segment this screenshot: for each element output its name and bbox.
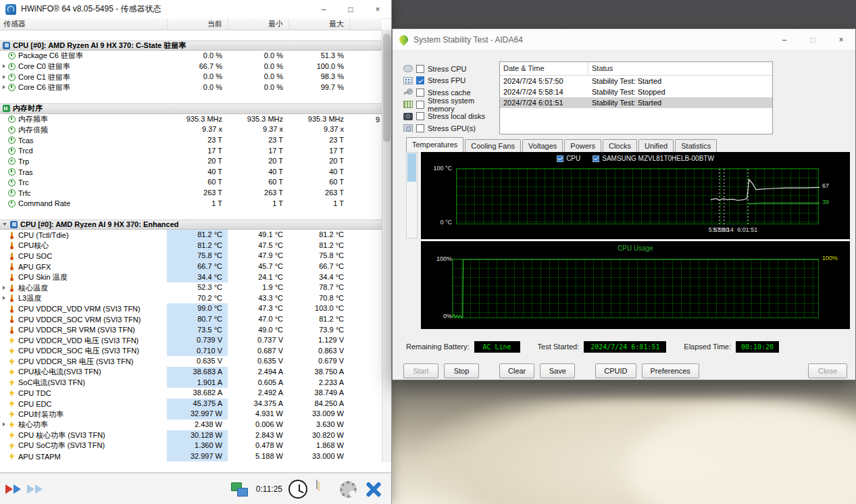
log-row[interactable]: 2024/7/24 6:01:51Stability Test: Started <box>500 97 772 108</box>
sensor-row[interactable]: Trcd17 T17 T17 T <box>0 146 382 157</box>
legend-checkbox[interactable] <box>593 155 599 162</box>
sensor-row[interactable]: Core C6 驻留率0.0 %0.0 %99.7 % <box>0 82 382 93</box>
exit-icon[interactable] <box>363 479 383 499</box>
settings-gear-icon[interactable] <box>340 481 357 498</box>
stress-cpu[interactable]: Stress CPU <box>403 63 499 75</box>
cpuid-button[interactable]: CPUID <box>595 363 636 378</box>
sensor-row[interactable]: Core C1 驻留率0.0 %0.0 %98.3 % <box>0 72 382 82</box>
sensor-row[interactable]: CPU VDDCR_SR VRM (SVI3 TFN)73.5 °C49.0 °… <box>0 325 382 336</box>
sensor-section-header[interactable]: 内存时序 <box>0 103 382 114</box>
tab-unified[interactable]: Unified <box>638 139 674 152</box>
sensor-section-header[interactable]: CPU [#0]: AMD Ryzen AI 9 HX 370: Enhance… <box>0 220 382 230</box>
sensor-row[interactable]: 核心功率2.438 W0.006 W3.630 W <box>0 420 382 430</box>
clear-button[interactable]: Clear <box>499 363 534 378</box>
sensor-row[interactable]: Trp20 T20 T20 T <box>0 156 382 167</box>
log-row[interactable]: 2024/7/24 5:58:14Stability Test: Stopped <box>500 86 772 97</box>
network-monitors-icon[interactable] <box>230 479 250 499</box>
stress-gpu-s[interactable]: Stress GPU(s) <box>403 122 499 134</box>
sensor-section-header[interactable]: CPU [#0]: AMD Ryzen AI 9 HX 370: C-State… <box>0 41 382 51</box>
graph-scrollbar-thumb[interactable] <box>407 153 416 182</box>
close-button[interactable]: × <box>364 0 391 18</box>
close-test-button[interactable]: Close <box>808 363 847 378</box>
tab-statistics[interactable]: Statistics <box>675 139 717 152</box>
plot-area <box>452 259 819 318</box>
clock-icon[interactable] <box>288 480 307 499</box>
sensor-row[interactable]: Trc60 T60 T60 T <box>0 177 382 188</box>
preferences-button[interactable]: Preferences <box>642 363 699 378</box>
sensor-row[interactable]: Core C0 驻留率66.7 %0.0 %100.0 % <box>0 61 382 72</box>
graph-scrollbar[interactable] <box>406 152 418 238</box>
arrows-icon-active[interactable] <box>5 484 22 494</box>
report-log-icon[interactable] <box>316 480 318 489</box>
expand-chevron-icon[interactable] <box>1 422 7 428</box>
sensor-row[interactable]: 内存频率935.3 MHz935.3 MHz935.3 MHz9 <box>0 114 382 125</box>
tab-powers[interactable]: Powers <box>564 139 601 152</box>
sensor-row[interactable]: Tras40 T40 T40 T <box>0 167 382 178</box>
scrollbar-thumb[interactable] <box>383 34 391 142</box>
checkbox[interactable] <box>416 65 424 73</box>
sensor-row[interactable]: CPU VDDCR_VDD 电压 (SVI3 TFN)0.739 V0.737 … <box>0 335 382 346</box>
expand-chevron-icon[interactable] <box>1 64 7 70</box>
aida64-titlebar[interactable]: System Stability Test - AIDA64 – □ × <box>393 29 855 51</box>
start-button[interactable]: Start <box>403 363 438 378</box>
minimize-button[interactable]: – <box>310 0 337 18</box>
log-column-datetime[interactable]: Date & Time <box>500 62 588 75</box>
sensor-row[interactable]: CPU核心电流(SVI3 TFN)38.683 A2.494 A38.750 A <box>0 367 382 378</box>
stop-button[interactable]: Stop <box>444 363 479 378</box>
stress-local-disks[interactable]: Stress local disks <box>403 110 499 122</box>
tab-voltages[interactable]: Voltages <box>522 139 563 152</box>
checkbox[interactable] <box>416 124 424 132</box>
column-header-min[interactable]: 最小 <box>228 18 288 30</box>
sensor-row[interactable]: Tcas23 T23 T23 T <box>0 135 382 146</box>
tab-temperatures[interactable]: Temperatures <box>406 137 463 152</box>
minimize-button[interactable]: – <box>770 29 799 50</box>
sensor-row[interactable]: CPU SoC功率 (SVI3 TFN)1.360 W0.478 W1.868 … <box>0 440 382 451</box>
close-button[interactable]: × <box>827 29 855 50</box>
checkbox[interactable] <box>416 89 424 97</box>
expand-chevron-icon[interactable] <box>1 84 7 91</box>
sensor-row[interactable]: CPU SOC75.8 °C47.9 °C75.8 °C <box>0 251 382 261</box>
sensor-row[interactable]: CPU VDDCR_SR 电压 (SVI3 TFN)0.635 V0.635 V… <box>0 356 382 367</box>
log-column-status[interactable]: Status <box>588 62 772 75</box>
sensor-row[interactable]: APU GFX66.7 °C45.7 °C66.7 °C <box>0 261 382 272</box>
sensor-row[interactable]: CPU VDDCR_SOC VRM (SVI3 TFN)80.7 °C47.0 … <box>0 314 382 325</box>
sensor-row[interactable]: L3温度70.2 °C43.3 °C70.8 °C <box>0 293 382 304</box>
section-title: CPU [#0]: AMD Ryzen AI 9 HX 370: C-State… <box>13 41 186 51</box>
tab-cooling-fans[interactable]: Cooling Fans <box>465 139 521 152</box>
sensor-row[interactable]: CPU Skin 温度34.4 °C24.1 °C34.4 °C <box>0 272 382 283</box>
arrows-icon-inactive[interactable] <box>27 484 43 494</box>
checkbox[interactable] <box>416 76 424 84</box>
save-button[interactable]: Save <box>540 363 575 378</box>
vertical-scrollbar[interactable] <box>382 30 391 462</box>
stress-fpu[interactable]: Stress FPU <box>403 75 499 87</box>
sensor-row[interactable]: APU STAPM32.997 W5.188 W33.000 W <box>0 451 382 462</box>
column-header-sensor[interactable]: 传感器 <box>0 18 167 30</box>
sensor-row[interactable]: CPU VDDCR_VDD VRM (SVI3 TFN)99.0 °C47.3 … <box>0 303 382 314</box>
sensor-row[interactable]: 内存倍频9.37 x9.37 x9.37 x <box>0 124 382 135</box>
sensor-row[interactable]: CPU封装功率32.997 W4.931 W33.009 W <box>0 409 382 420</box>
maximize-button[interactable]: □ <box>337 0 364 18</box>
column-header-max[interactable]: 最大 <box>288 18 349 30</box>
sensor-row[interactable]: Command Rate1 T1 T1 T <box>0 199 382 209</box>
expand-chevron-icon[interactable] <box>1 74 7 80</box>
tab-clocks[interactable]: Clocks <box>603 139 637 152</box>
checkbox[interactable] <box>416 112 424 120</box>
sensor-row[interactable]: CPU EDC45.375 A34.375 A84.250 A <box>0 399 382 409</box>
log-row[interactable]: 2024/7/24 5:57:50Stability Test: Started <box>500 76 772 86</box>
stress-system-memory[interactable]: Stress system memory <box>403 99 499 111</box>
sensor-row[interactable]: CPU 核心功率 (SVI3 TFN)30.128 W2.843 W30.820… <box>0 430 382 441</box>
sensor-row[interactable]: 核心温度52.3 °C1.9 °C78.7 °C <box>0 282 382 293</box>
checkbox[interactable] <box>416 101 424 109</box>
sensor-row[interactable]: CPU核心81.2 °C47.5 °C81.2 °C <box>0 241 382 251</box>
legend-checkbox[interactable] <box>557 155 563 162</box>
sensor-row[interactable]: CPU VDDCR_SOC 电压 (SVI3 TFN)0.710 V0.687 … <box>0 346 382 357</box>
sensor-row[interactable]: Package C6 驻留率0.0 %0.0 %51.3 % <box>0 51 382 61</box>
sensor-row[interactable]: CPU TDC38.682 A2.492 A38.749 A <box>0 388 382 399</box>
expand-chevron-icon[interactable] <box>1 295 7 301</box>
column-header-current[interactable]: 当前 <box>167 18 228 30</box>
sensor-row[interactable]: SoC电流(SVI3 TFN)1.901 A0.605 A2.233 A <box>0 378 382 388</box>
sensor-row[interactable]: CPU (Tctl/Tdie)81.2 °C49.1 °C81.2 °C <box>0 230 382 241</box>
hwinfo-titlebar[interactable]: HWiNFO® 64 v8.05-5495 - 传感器状态 – □ × <box>0 0 391 19</box>
sensor-row[interactable]: Trfc263 T263 T263 T <box>0 188 382 199</box>
expand-chevron-icon[interactable] <box>1 285 7 291</box>
